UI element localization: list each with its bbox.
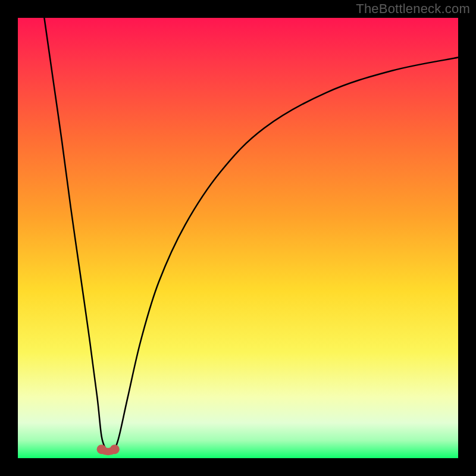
- chart-svg: [18, 18, 458, 458]
- valley-marker-right: [110, 444, 120, 454]
- curve-right-branch: [115, 58, 458, 450]
- watermark-text: TheBottleneck.com: [356, 1, 470, 17]
- valley-marker-left: [97, 444, 107, 454]
- plot-area: [18, 18, 458, 458]
- chart-frame: TheBottleneck.com: [0, 0, 476, 476]
- curve-left-branch: [44, 18, 106, 449]
